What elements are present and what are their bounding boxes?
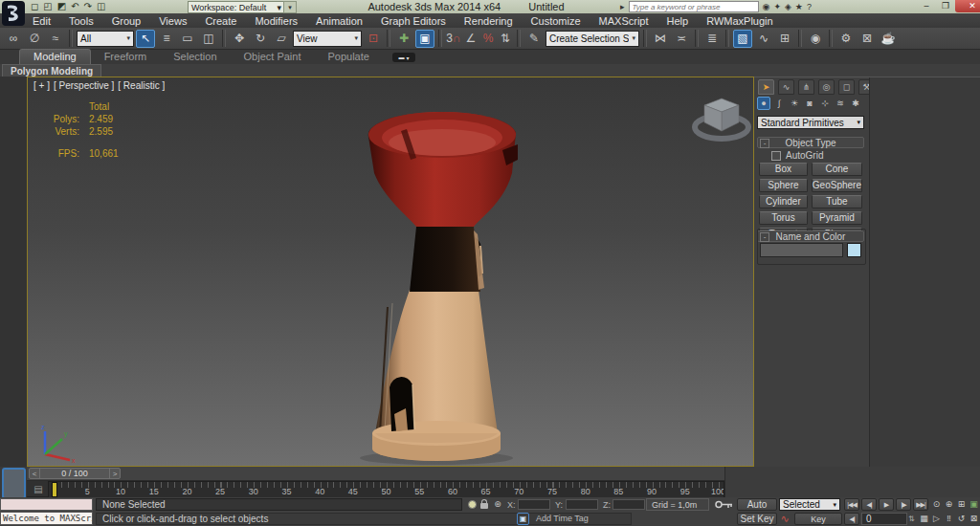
- object-type-rollout[interactable]: - Object Type: [757, 137, 864, 148]
- workspace-dropdown[interactable]: Workspace: Default ▾: [188, 1, 285, 13]
- curve-editor-icon[interactable]: ∿: [754, 30, 773, 48]
- open-file-icon[interactable]: ◰: [43, 1, 52, 12]
- viewcube[interactable]: [688, 91, 755, 150]
- time-configuration-icon[interactable]: ▦: [918, 513, 930, 525]
- frame-spinner[interactable]: ⇅: [908, 513, 915, 525]
- snap-toggle-3d-icon[interactable]: 3∩: [446, 30, 461, 48]
- mute-icon[interactable]: ‼: [943, 513, 955, 525]
- named-selection-set-dropdown[interactable]: Create Selection Se ▾: [546, 31, 639, 47]
- play-button[interactable]: ▶: [879, 498, 894, 511]
- undo-icon[interactable]: ↶: [71, 1, 78, 12]
- project-folder-icon[interactable]: ◫: [97, 1, 105, 12]
- bind-to-spacewarp-icon[interactable]: ≈: [46, 30, 65, 48]
- menu-item[interactable]: Views: [159, 15, 187, 27]
- z-coordinate-field[interactable]: [612, 499, 645, 510]
- maximize-viewport-toggle-icon[interactable]: ⊠: [968, 513, 980, 525]
- geometry-category-dropdown[interactable]: Standard Primitives ▾: [757, 116, 864, 129]
- menu-item[interactable]: Create: [205, 15, 236, 27]
- go-to-end-button[interactable]: ▶▶|: [913, 498, 928, 511]
- tab-freeform[interactable]: Freeform: [91, 50, 161, 64]
- primitive-button[interactable]: Tube: [812, 195, 862, 208]
- new-file-icon[interactable]: ◻: [31, 1, 38, 12]
- category-geometry-icon[interactable]: ●: [757, 97, 770, 110]
- schematic-view-icon[interactable]: ⊞: [775, 30, 794, 48]
- workspace-menu-button[interactable]: ▾: [283, 1, 297, 13]
- current-frame-marker[interactable]: [52, 482, 57, 497]
- previous-frame-button[interactable]: ◀|: [861, 498, 877, 511]
- selection-lock-icon[interactable]: [480, 503, 488, 509]
- set-key-button[interactable]: Set Key: [737, 513, 777, 525]
- animation-set-dropdown[interactable]: Selected ▾: [779, 498, 840, 511]
- primitive-button[interactable]: Sphere: [759, 179, 808, 192]
- isolate-selection-icon[interactable]: ▣: [517, 513, 529, 525]
- zoom-all-icon[interactable]: ⊞: [955, 498, 968, 511]
- viewport-layout-corner-button[interactable]: [2, 468, 26, 499]
- auto-key-button[interactable]: Auto Key: [737, 498, 777, 511]
- select-and-link-icon[interactable]: ∞: [4, 30, 23, 48]
- next-frame-button[interactable]: |▶: [896, 498, 911, 511]
- collapse-icon[interactable]: -: [760, 139, 769, 148]
- zoom-extents-icon[interactable]: ▣: [968, 498, 980, 511]
- menu-item[interactable]: Rendering: [464, 15, 513, 27]
- select-and-manipulate-icon[interactable]: ✚: [394, 30, 413, 48]
- primitive-button[interactable]: Cylinder: [759, 195, 808, 208]
- tab-hierarchy-icon[interactable]: ⋔: [798, 79, 814, 95]
- select-by-name-icon[interactable]: ≡: [157, 30, 176, 48]
- select-and-scale-icon[interactable]: ▱: [272, 30, 291, 48]
- rectangular-selection-region-icon[interactable]: ▭: [178, 30, 197, 48]
- render-setup-icon[interactable]: ⚙: [836, 30, 856, 48]
- track-bar[interactable]: ▤ 51015202530354045505560657075808590951…: [27, 481, 724, 497]
- window-crossing-icon[interactable]: ◫: [199, 30, 218, 48]
- absolute-mode-icon[interactable]: ⊛: [492, 498, 503, 510]
- key-filters-button[interactable]: Key Filters...: [794, 513, 842, 525]
- angle-snap-icon[interactable]: ∠: [463, 30, 479, 48]
- select-and-move-icon[interactable]: ✥: [230, 30, 249, 48]
- 3dsmax-logo[interactable]: [2, 1, 25, 26]
- category-cameras-icon[interactable]: ◙: [803, 97, 816, 110]
- material-editor-icon[interactable]: ◉: [806, 30, 825, 48]
- ribbon-toggle-icon[interactable]: ▧: [733, 30, 752, 48]
- restore-button[interactable]: ❐: [936, 0, 955, 12]
- menu-item[interactable]: Customize: [531, 15, 581, 27]
- menu-item[interactable]: RWMaxPlugin: [706, 15, 773, 27]
- spinner-snap-icon[interactable]: ⇅: [498, 30, 513, 48]
- time-slider-row[interactable]: < 0 / 100 >: [27, 467, 724, 481]
- perspective-viewport[interactable]: [ + ] [ Perspective ] [ Realistic ] Tota…: [27, 77, 754, 467]
- close-button[interactable]: ✕: [955, 0, 980, 12]
- track-bar-ruler[interactable]: 5101520253035404550556065707580859095100: [48, 481, 724, 497]
- category-systems-icon[interactable]: ✱: [849, 97, 862, 110]
- next-frame-arrow[interactable]: >: [110, 470, 120, 478]
- menu-item[interactable]: Group: [112, 15, 142, 27]
- category-lights-icon[interactable]: ☀: [788, 97, 801, 110]
- y-coordinate-field[interactable]: [566, 499, 598, 510]
- tab-create-icon[interactable]: ➤: [758, 79, 774, 95]
- orbit-icon[interactable]: ↺: [955, 513, 968, 525]
- tab-modify-icon[interactable]: ∿: [778, 79, 794, 95]
- align-icon[interactable]: ≍: [672, 30, 691, 48]
- set-key-curve-icon[interactable]: ∿: [779, 513, 791, 524]
- category-spacewarps-icon[interactable]: ≋: [834, 97, 847, 110]
- polygon-modeling-panel-tab[interactable]: Polygon Modeling: [2, 64, 101, 77]
- autogrid-checkbox[interactable]: [771, 151, 781, 161]
- save-file-icon[interactable]: ◩: [57, 1, 66, 12]
- category-helpers-icon[interactable]: ⊹: [818, 97, 832, 110]
- use-pivot-center-icon[interactable]: ⊡: [364, 30, 383, 48]
- help-icon[interactable]: ?: [807, 2, 812, 11]
- x-coordinate-field[interactable]: [518, 499, 550, 510]
- key-mode-toggle-icon[interactable]: ⊙: [930, 498, 943, 511]
- edit-named-selection-sets-icon[interactable]: ✎: [524, 30, 544, 48]
- object-name-field[interactable]: [760, 243, 843, 257]
- previous-frame-arrow[interactable]: <: [30, 470, 39, 478]
- tab-motion-icon[interactable]: ◎: [818, 79, 835, 95]
- isolate-toggle-icon[interactable]: ▷: [930, 513, 943, 525]
- lightbulb-icon[interactable]: [468, 500, 477, 509]
- time-slider-thumb[interactable]: < 0 / 100 >: [29, 468, 121, 479]
- percent-snap-icon[interactable]: %: [480, 30, 496, 48]
- tab-modeling[interactable]: Modeling: [19, 49, 91, 64]
- lighthouse-model[interactable]: [28, 77, 753, 466]
- layer-manager-icon[interactable]: ≣: [702, 30, 722, 48]
- menu-item[interactable]: Tools: [69, 15, 94, 27]
- favorites-star-icon[interactable]: ★: [795, 2, 803, 11]
- primitive-button[interactable]: GeoSphere: [812, 179, 862, 192]
- menu-item[interactable]: Graph Editors: [381, 15, 446, 27]
